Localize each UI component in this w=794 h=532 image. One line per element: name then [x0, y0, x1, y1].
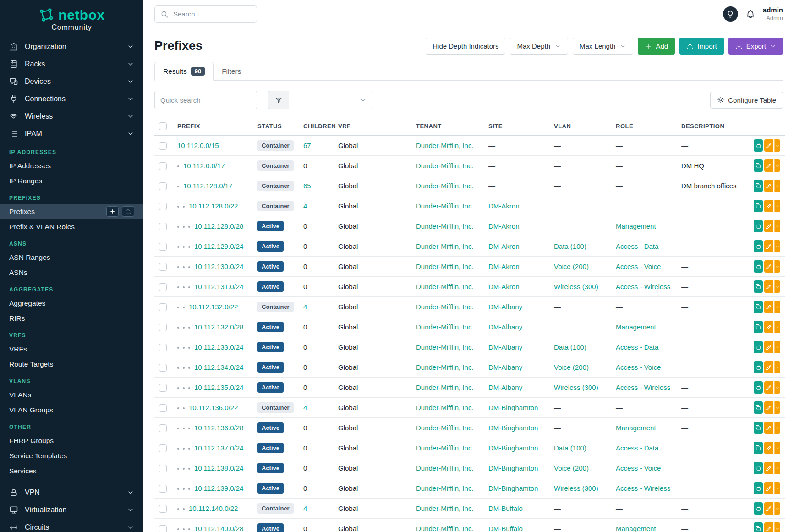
row-checkbox[interactable]: [159, 404, 167, 412]
clone-button[interactable]: [754, 502, 763, 515]
edit-button[interactable]: [764, 462, 773, 474]
row-checkbox[interactable]: [159, 303, 167, 311]
edit-button[interactable]: [764, 220, 773, 232]
edit-button[interactable]: [764, 341, 773, 353]
sidebar-item-connections[interactable]: Connections: [0, 90, 143, 108]
edit-button[interactable]: [764, 482, 773, 494]
clone-button[interactable]: [754, 260, 763, 273]
tenant-link[interactable]: Dunder-Mifflin, Inc.: [416, 464, 474, 472]
edit-button[interactable]: [764, 139, 773, 152]
prefix-link[interactable]: 10.112.140.0/28: [194, 525, 243, 532]
sidebar-link-prefixes[interactable]: Prefixes: [0, 204, 143, 219]
row-checkbox[interactable]: [159, 465, 167, 472]
quick-search-input[interactable]: [154, 91, 257, 109]
site-link[interactable]: DM-Akron: [488, 222, 520, 230]
edit-button[interactable]: [764, 260, 773, 273]
tenant-link[interactable]: Dunder-Mifflin, Inc.: [416, 142, 474, 149]
site-link[interactable]: DM-Akron: [488, 283, 520, 291]
edit-button[interactable]: [764, 361, 773, 373]
row-checkbox[interactable]: [159, 223, 167, 230]
global-search-input[interactable]: [173, 10, 251, 18]
clone-button[interactable]: [754, 361, 763, 373]
clone-button[interactable]: [754, 422, 763, 434]
role-link[interactable]: Management: [616, 424, 656, 432]
row-checkbox[interactable]: [159, 203, 167, 210]
row-checkbox[interactable]: [159, 444, 167, 452]
theme-toggle-button[interactable]: [723, 6, 738, 22]
clone-button[interactable]: [754, 200, 763, 212]
sidebar-link-services[interactable]: Services: [0, 463, 143, 478]
role-link[interactable]: Access - Wireless: [616, 384, 670, 391]
user-menu[interactable]: admin Admin: [763, 6, 783, 22]
edit-dropdown-caret[interactable]: [774, 361, 780, 373]
role-link[interactable]: Management: [616, 525, 656, 532]
edit-dropdown-caret[interactable]: [774, 341, 780, 353]
site-link[interactable]: DM-Binghamton: [488, 444, 538, 452]
prefix-link[interactable]: 10.112.128.0/22: [189, 202, 238, 210]
prefix-link[interactable]: 10.112.129.0/24: [194, 242, 243, 250]
edit-button[interactable]: [764, 401, 773, 414]
edit-button[interactable]: [764, 381, 773, 394]
hide-depth-indicators-button[interactable]: Hide Depth Indicators: [426, 38, 505, 55]
role-link[interactable]: Access - Wireless: [616, 484, 670, 492]
row-checkbox[interactable]: [159, 344, 167, 351]
row-checkbox[interactable]: [159, 162, 167, 170]
role-link[interactable]: Access - Voice: [616, 363, 661, 371]
clone-button[interactable]: [754, 159, 763, 172]
children-link[interactable]: 4: [303, 202, 307, 210]
children-link[interactable]: 4: [303, 404, 307, 411]
site-link[interactable]: DM-Binghamton: [488, 404, 538, 411]
prefix-link[interactable]: 10.112.138.0/24: [194, 464, 243, 472]
edit-button[interactable]: [764, 321, 773, 333]
role-link[interactable]: Access - Voice: [616, 263, 661, 270]
edit-dropdown-caret[interactable]: [774, 321, 780, 333]
site-link[interactable]: DM-Albany: [488, 363, 522, 371]
role-link[interactable]: Access - Voice: [616, 464, 661, 472]
column-header-tenant[interactable]: TENANT: [411, 118, 484, 136]
tenant-link[interactable]: Dunder-Mifflin, Inc.: [416, 263, 474, 270]
clone-button[interactable]: [754, 381, 763, 394]
edit-dropdown-caret[interactable]: [774, 180, 780, 192]
edit-dropdown-caret[interactable]: [774, 381, 780, 394]
role-link[interactable]: Access - Data: [616, 242, 658, 250]
edit-button[interactable]: [764, 240, 773, 252]
clone-button[interactable]: [754, 180, 763, 192]
prefix-link[interactable]: 10.112.136.0/22: [189, 404, 238, 411]
tenant-link[interactable]: Dunder-Mifflin, Inc.: [416, 323, 474, 331]
clone-button[interactable]: [754, 482, 763, 494]
prefix-link[interactable]: 10.112.134.0/24: [194, 363, 243, 371]
sidebar-link-aggregates[interactable]: Aggregates: [0, 296, 143, 311]
tenant-link[interactable]: Dunder-Mifflin, Inc.: [416, 182, 474, 190]
edit-button[interactable]: [764, 422, 773, 434]
row-checkbox[interactable]: [159, 283, 167, 291]
site-link[interactable]: DM-Binghamton: [488, 464, 538, 472]
sidebar-link-prefix-vlan-roles[interactable]: Prefix & VLAN Roles: [0, 219, 143, 234]
edit-button[interactable]: [764, 280, 773, 293]
children-link[interactable]: 4: [303, 505, 307, 512]
column-header-description[interactable]: DESCRIPTION: [677, 118, 749, 136]
site-link[interactable]: DM-Albany: [488, 343, 522, 351]
children-link[interactable]: 65: [303, 182, 311, 190]
tenant-link[interactable]: Dunder-Mifflin, Inc.: [416, 484, 474, 492]
tenant-link[interactable]: Dunder-Mifflin, Inc.: [416, 303, 474, 311]
row-checkbox[interactable]: [159, 182, 167, 190]
prefix-link[interactable]: 10.112.136.0/28: [194, 424, 243, 432]
role-link[interactable]: Access - Data: [616, 444, 658, 452]
add-button[interactable]: Add: [638, 38, 675, 55]
prefix-link[interactable]: 10.112.128.0/28: [194, 222, 243, 230]
import-button[interactable]: Import: [679, 38, 724, 55]
configure-table-button[interactable]: Configure Table: [710, 92, 783, 109]
edit-button[interactable]: [764, 502, 773, 515]
sidebar-link-vlan-groups[interactable]: VLAN Groups: [0, 402, 143, 417]
sidebar-item-organization[interactable]: Organization: [0, 38, 143, 55]
sidebar-link-ip-ranges[interactable]: IP Ranges: [0, 173, 143, 188]
site-link[interactable]: DM-Akron: [488, 202, 520, 210]
row-checkbox[interactable]: [159, 243, 167, 251]
edit-dropdown-caret[interactable]: [774, 139, 780, 152]
tenant-link[interactable]: Dunder-Mifflin, Inc.: [416, 384, 474, 391]
prefix-link[interactable]: 10.112.135.0/24: [194, 384, 243, 391]
prefix-link[interactable]: 10.112.130.0/24: [194, 263, 243, 270]
column-header-prefix[interactable]: PREFIX: [173, 118, 253, 136]
sidebar-item-circuits[interactable]: Circuits: [0, 519, 143, 532]
select-all-checkbox[interactable]: [159, 122, 167, 130]
